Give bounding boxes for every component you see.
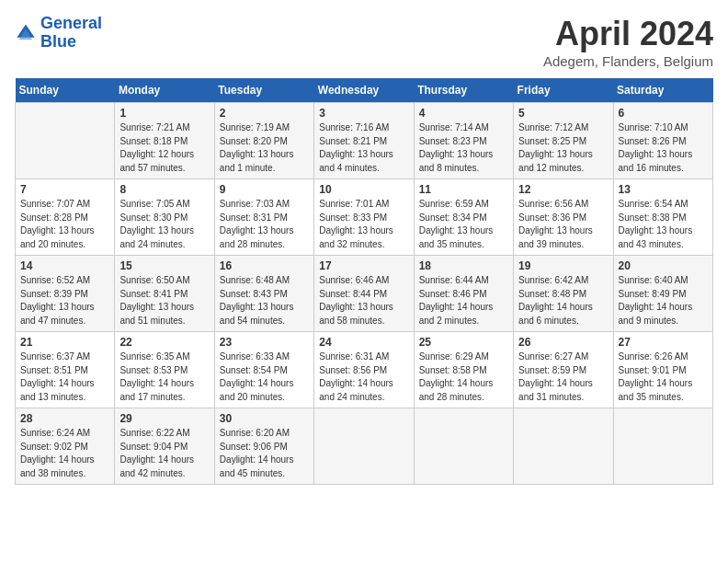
day-detail: Sunrise: 6:48 AM Sunset: 8:43 PM Dayligh… — [220, 274, 309, 327]
day-detail: Sunrise: 6:44 AM Sunset: 8:46 PM Dayligh… — [419, 274, 508, 327]
calendar-week-row: 28Sunrise: 6:24 AM Sunset: 9:02 PM Dayli… — [16, 408, 713, 485]
calendar-day-cell — [414, 408, 513, 485]
day-detail: Sunrise: 6:46 AM Sunset: 8:44 PM Dayligh… — [319, 274, 408, 327]
calendar-day-cell: 10Sunrise: 7:01 AM Sunset: 8:33 PM Dayli… — [314, 179, 414, 256]
calendar-day-cell: 3Sunrise: 7:16 AM Sunset: 8:21 PM Daylig… — [314, 103, 414, 179]
weekday-header: Thursday — [414, 78, 513, 103]
logo: General Blue — [15, 15, 102, 52]
day-detail: Sunrise: 6:52 AM Sunset: 8:39 PM Dayligh… — [20, 274, 109, 327]
day-number: 5 — [518, 107, 608, 120]
day-number: 30 — [220, 412, 309, 425]
location: Adegem, Flanders, Belgium — [543, 53, 713, 69]
day-detail: Sunrise: 6:31 AM Sunset: 8:56 PM Dayligh… — [319, 350, 408, 404]
page-header: General Blue April 2024 Adegem, Flanders… — [15, 15, 713, 69]
day-number: 1 — [119, 107, 209, 120]
day-detail: Sunrise: 6:59 AM Sunset: 8:34 PM Dayligh… — [419, 198, 508, 251]
weekday-header-row: SundayMondayTuesdayWednesdayThursdayFrid… — [16, 78, 713, 103]
day-detail: Sunrise: 6:26 AM Sunset: 9:01 PM Dayligh… — [619, 350, 708, 404]
day-number: 15 — [119, 259, 209, 272]
day-detail: Sunrise: 6:40 AM Sunset: 8:49 PM Dayligh… — [619, 274, 708, 327]
day-detail: Sunrise: 7:07 AM Sunset: 8:28 PM Dayligh… — [20, 198, 109, 251]
weekday-header: Wednesday — [314, 78, 414, 103]
day-detail: Sunrise: 7:14 AM Sunset: 8:23 PM Dayligh… — [419, 121, 508, 175]
calendar-week-row: 21Sunrise: 6:37 AM Sunset: 8:51 PM Dayli… — [16, 332, 713, 408]
day-detail: Sunrise: 6:33 AM Sunset: 8:54 PM Dayligh… — [220, 350, 309, 404]
day-detail: Sunrise: 7:16 AM Sunset: 8:21 PM Dayligh… — [319, 121, 408, 175]
calendar-day-cell: 26Sunrise: 6:27 AM Sunset: 8:59 PM Dayli… — [514, 332, 613, 408]
calendar-day-cell: 18Sunrise: 6:44 AM Sunset: 8:46 PM Dayli… — [414, 256, 513, 332]
day-detail: Sunrise: 7:05 AM Sunset: 8:30 PM Dayligh… — [119, 198, 209, 251]
day-number: 27 — [619, 336, 708, 349]
calendar-day-cell: 29Sunrise: 6:22 AM Sunset: 9:04 PM Dayli… — [115, 408, 214, 485]
day-number: 11 — [419, 183, 508, 196]
day-number: 12 — [518, 183, 608, 196]
day-detail: Sunrise: 7:03 AM Sunset: 8:31 PM Dayligh… — [220, 198, 309, 251]
calendar-day-cell: 8Sunrise: 7:05 AM Sunset: 8:30 PM Daylig… — [115, 179, 214, 256]
day-number: 23 — [220, 336, 309, 349]
calendar-day-cell: 24Sunrise: 6:31 AM Sunset: 8:56 PM Dayli… — [314, 332, 414, 408]
calendar-week-row: 1Sunrise: 7:21 AM Sunset: 8:18 PM Daylig… — [16, 103, 713, 179]
weekday-header: Tuesday — [214, 78, 313, 103]
day-number: 2 — [220, 107, 309, 120]
calendar-day-cell: 15Sunrise: 6:50 AM Sunset: 8:41 PM Dayli… — [115, 256, 214, 332]
calendar-day-cell: 19Sunrise: 6:42 AM Sunset: 8:48 PM Dayli… — [514, 256, 613, 332]
title-block: April 2024 Adegem, Flanders, Belgium — [543, 15, 713, 69]
day-number: 29 — [119, 412, 209, 425]
day-number: 21 — [20, 336, 109, 349]
day-number: 6 — [619, 107, 708, 120]
calendar-day-cell: 28Sunrise: 6:24 AM Sunset: 9:02 PM Dayli… — [16, 408, 115, 485]
calendar-day-cell: 12Sunrise: 6:56 AM Sunset: 8:36 PM Dayli… — [514, 179, 613, 256]
calendar-table: SundayMondayTuesdayWednesdayThursdayFrid… — [15, 78, 713, 485]
day-detail: Sunrise: 7:01 AM Sunset: 8:33 PM Dayligh… — [319, 198, 408, 251]
day-detail: Sunrise: 7:12 AM Sunset: 8:25 PM Dayligh… — [518, 121, 608, 175]
day-number: 4 — [419, 107, 508, 120]
day-number: 10 — [319, 183, 408, 196]
month-title: April 2024 — [543, 15, 713, 53]
logo-icon — [15, 22, 37, 44]
calendar-day-cell — [514, 408, 613, 485]
day-number: 26 — [518, 336, 608, 349]
calendar-day-cell: 9Sunrise: 7:03 AM Sunset: 8:31 PM Daylig… — [214, 179, 313, 256]
day-detail: Sunrise: 6:27 AM Sunset: 8:59 PM Dayligh… — [518, 350, 608, 404]
calendar-day-cell: 14Sunrise: 6:52 AM Sunset: 8:39 PM Dayli… — [16, 256, 115, 332]
calendar-day-cell: 17Sunrise: 6:46 AM Sunset: 8:44 PM Dayli… — [314, 256, 414, 332]
day-detail: Sunrise: 6:42 AM Sunset: 8:48 PM Dayligh… — [518, 274, 608, 327]
day-detail: Sunrise: 6:56 AM Sunset: 8:36 PM Dayligh… — [518, 198, 608, 251]
calendar-day-cell: 20Sunrise: 6:40 AM Sunset: 8:49 PM Dayli… — [613, 256, 712, 332]
calendar-day-cell: 30Sunrise: 6:20 AM Sunset: 9:06 PM Dayli… — [214, 408, 313, 485]
day-detail: Sunrise: 6:50 AM Sunset: 8:41 PM Dayligh… — [119, 274, 209, 327]
weekday-header: Saturday — [613, 78, 712, 103]
day-number: 24 — [319, 336, 408, 349]
calendar-day-cell: 22Sunrise: 6:35 AM Sunset: 8:53 PM Dayli… — [115, 332, 214, 408]
calendar-day-cell: 25Sunrise: 6:29 AM Sunset: 8:58 PM Dayli… — [414, 332, 513, 408]
calendar-day-cell — [613, 408, 712, 485]
calendar-day-cell — [314, 408, 414, 485]
day-number: 9 — [220, 183, 309, 196]
calendar-day-cell: 11Sunrise: 6:59 AM Sunset: 8:34 PM Dayli… — [414, 179, 513, 256]
calendar-day-cell: 23Sunrise: 6:33 AM Sunset: 8:54 PM Dayli… — [214, 332, 313, 408]
day-number: 18 — [419, 259, 508, 272]
day-detail: Sunrise: 6:35 AM Sunset: 8:53 PM Dayligh… — [119, 350, 209, 404]
day-number: 25 — [419, 336, 508, 349]
day-number: 22 — [119, 336, 209, 349]
day-number: 8 — [119, 183, 209, 196]
day-detail: Sunrise: 6:22 AM Sunset: 9:04 PM Dayligh… — [119, 427, 209, 480]
day-number: 14 — [20, 259, 109, 272]
weekday-header: Friday — [514, 78, 613, 103]
calendar-day-cell: 13Sunrise: 6:54 AM Sunset: 8:38 PM Dayli… — [613, 179, 712, 256]
calendar-day-cell: 27Sunrise: 6:26 AM Sunset: 9:01 PM Dayli… — [613, 332, 712, 408]
calendar-day-cell: 7Sunrise: 7:07 AM Sunset: 8:28 PM Daylig… — [16, 179, 115, 256]
day-number: 19 — [518, 259, 608, 272]
calendar-day-cell: 4Sunrise: 7:14 AM Sunset: 8:23 PM Daylig… — [414, 103, 513, 179]
day-detail: Sunrise: 6:20 AM Sunset: 9:06 PM Dayligh… — [220, 427, 309, 480]
calendar-day-cell: 5Sunrise: 7:12 AM Sunset: 8:25 PM Daylig… — [514, 103, 613, 179]
day-detail: Sunrise: 7:19 AM Sunset: 8:20 PM Dayligh… — [220, 121, 309, 175]
day-number: 20 — [619, 259, 708, 272]
day-detail: Sunrise: 6:54 AM Sunset: 8:38 PM Dayligh… — [619, 198, 708, 251]
calendar-day-cell: 1Sunrise: 7:21 AM Sunset: 8:18 PM Daylig… — [115, 103, 214, 179]
day-number: 16 — [220, 259, 309, 272]
day-number: 7 — [20, 183, 109, 196]
day-detail: Sunrise: 7:10 AM Sunset: 8:26 PM Dayligh… — [619, 121, 708, 175]
weekday-header: Monday — [115, 78, 214, 103]
day-detail: Sunrise: 6:24 AM Sunset: 9:02 PM Dayligh… — [20, 427, 109, 480]
